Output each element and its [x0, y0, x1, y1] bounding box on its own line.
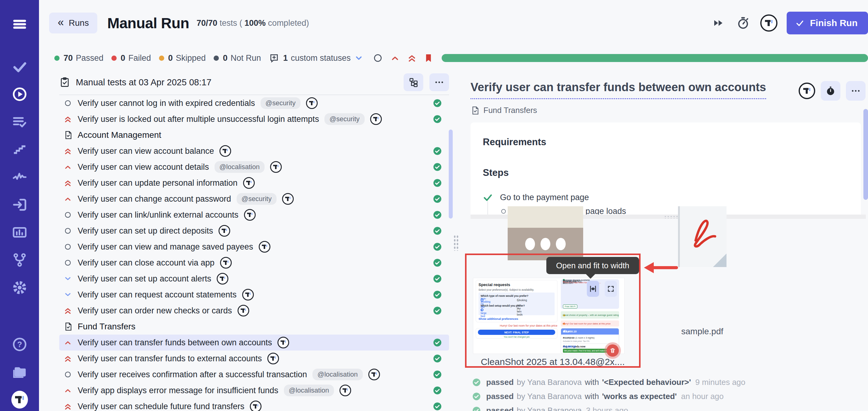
breadcrumb[interactable]: Fund Transfers	[470, 105, 868, 115]
testomat-icon[interactable]	[267, 353, 279, 365]
menu-icon[interactable]	[11, 16, 28, 33]
testomat-icon[interactable]	[370, 113, 382, 125]
test-row[interactable]: Verify user can change account password …	[59, 191, 449, 207]
step-row[interactable]: Go to the payment page	[483, 192, 861, 202]
sidebar-item-test-plans[interactable]	[11, 114, 28, 130]
test-row[interactable]: Verify user can schedule future fund tra…	[59, 399, 449, 411]
history-row[interactable]: passed by Yana Baranova 3 hours ago	[472, 403, 856, 411]
tag-badge[interactable]: @security	[260, 97, 301, 109]
sidebar-item-settings[interactable]	[11, 279, 28, 296]
help-icon[interactable]: ?	[11, 336, 28, 353]
tag-badge[interactable]: @security	[237, 193, 277, 205]
panel-resize-divider[interactable]	[449, 70, 463, 411]
testomat-icon[interactable]	[219, 225, 230, 236]
priority-high-icon	[62, 306, 73, 315]
tag-badge[interactable]: @localisation	[312, 369, 363, 380]
sidebar-item-steps[interactable]	[11, 141, 28, 158]
test-row[interactable]: Verify user can transfer funds between o…	[59, 335, 449, 351]
testomat-icon[interactable]	[220, 257, 232, 268]
projects-icon[interactable]	[11, 364, 28, 380]
test-row[interactable]: Verify app displays error message for in…	[59, 382, 449, 399]
history-row[interactable]: passed by Yana Baranova with '<Expected …	[472, 375, 856, 389]
testomat-icon[interactable]	[259, 241, 270, 253]
tag-badge[interactable]: @security	[324, 113, 364, 125]
test-row[interactable]: Verify user can transfer funds to extern…	[59, 351, 449, 367]
testomat-icon[interactable]	[306, 97, 318, 109]
list-more-button[interactable]	[429, 73, 449, 91]
resize-grip-icon[interactable]	[453, 235, 459, 251]
sidebar-item-runs[interactable]	[11, 86, 28, 102]
sidebar-item-pulse[interactable]	[11, 169, 28, 185]
back-to-runs-button[interactable]: « Runs	[49, 12, 97, 33]
testomat-icon[interactable]	[244, 209, 256, 221]
test-row[interactable]: Verify user is locked out after multiple…	[59, 111, 449, 127]
testomat-icon[interactable]	[219, 145, 231, 157]
bookmark-icon[interactable]	[423, 53, 434, 63]
sidebar-item-tests[interactable]	[11, 58, 28, 75]
filter-normal-priority-icon[interactable]	[373, 53, 383, 63]
testomat-icon[interactable]	[238, 305, 249, 316]
priority-medium-icon	[62, 338, 73, 347]
fit-to-width-button[interactable]	[587, 281, 599, 297]
priority-medium-icon	[62, 163, 73, 171]
sidebar-item-sign-in[interactable]	[11, 196, 28, 213]
filter-medium-priority-icon[interactable]	[390, 53, 400, 63]
testomat-icon[interactable]	[799, 83, 815, 99]
testomat-badge-icon[interactable]	[760, 14, 777, 32]
tag-badge[interactable]: @localisation	[215, 161, 265, 173]
annotation-arrow-icon	[642, 261, 678, 275]
test-row[interactable]: Verify user receives confirmation after …	[59, 367, 449, 382]
fast-forward-icon[interactable]	[712, 17, 726, 29]
topbar-actions: Finish Run	[712, 12, 868, 34]
attachment-image-thumbnail[interactable]	[508, 206, 583, 260]
test-row[interactable]: Verify user can request account statemen…	[59, 287, 449, 303]
detail-title[interactable]: Verify user can transfer funds between o…	[470, 81, 766, 99]
stat-custom-statuses[interactable]: 1custom statuses	[269, 53, 350, 63]
section-row[interactable]: Fund Transfers	[59, 319, 449, 335]
testomat-icon[interactable]	[242, 289, 254, 301]
tag-badge[interactable]: @localisation	[284, 385, 334, 396]
history-row[interactable]: passed by Yana Baranova with 'works as e…	[472, 389, 856, 403]
list-header-title: Manual tests at 03 Apr 2025 08:17	[76, 77, 212, 88]
test-row[interactable]: Verify user can close account via app	[59, 255, 449, 271]
stopwatch-icon[interactable]	[736, 16, 750, 30]
test-row[interactable]: Verify user can update personal informat…	[59, 175, 449, 191]
filter-high-priority-icon[interactable]	[407, 53, 417, 63]
fullscreen-button[interactable]	[604, 281, 617, 297]
test-row[interactable]: Verify user cannot log in with expired c…	[59, 95, 449, 111]
breadcrumb-suite[interactable]: Fund Transfers	[484, 105, 537, 115]
section-title: Fund Transfers	[78, 322, 135, 331]
chevron-down-icon[interactable]	[354, 53, 364, 63]
test-row[interactable]: Verify user can set up direct deposits	[59, 223, 449, 239]
attachment-label[interactable]: sample.pdf	[678, 326, 726, 337]
test-row[interactable]: Verify user can view account balance	[59, 143, 449, 159]
detail-more-button[interactable]	[846, 81, 866, 101]
history-actor: by Yana Baranova	[517, 406, 582, 411]
finish-run-button[interactable]: Finish Run	[787, 12, 868, 34]
timer-button[interactable]	[821, 81, 840, 101]
test-row[interactable]: Verify user can set up account alerts	[59, 271, 449, 287]
test-row[interactable]: Verify user can order new checks or card…	[59, 303, 449, 319]
detail-scrollbar[interactable]	[863, 109, 868, 200]
test-row[interactable]: Verify user can link/unlink external acc…	[59, 207, 449, 223]
test-row[interactable]: Verify user can view account details @lo…	[59, 159, 449, 175]
detail-card: Requirements Steps Go to the payment pag…	[470, 123, 861, 215]
attachment-screenshot-thumbnail[interactable]: Special requests Select your preference(…	[473, 278, 625, 354]
sidebar-item-reports[interactable]	[11, 224, 28, 241]
testomat-logo[interactable]	[11, 391, 28, 408]
testomat-icon[interactable]	[277, 337, 289, 348]
test-row[interactable]: Verify user can view and manage saved pa…	[59, 239, 449, 255]
test-title: Verify user can schedule future fund tra…	[78, 402, 244, 411]
testomat-icon[interactable]	[270, 161, 282, 173]
testomat-icon[interactable]	[282, 193, 294, 205]
sidebar-item-branches[interactable]	[11, 252, 28, 268]
group-view-button[interactable]	[404, 73, 423, 91]
section-row[interactable]: Account Management	[59, 127, 449, 143]
delete-attachment-button[interactable]	[607, 344, 619, 357]
testomat-icon[interactable]	[250, 401, 261, 411]
testomat-icon[interactable]	[243, 177, 255, 189]
attachment-pdf-thumbnail[interactable]	[678, 206, 726, 267]
testomat-icon[interactable]	[368, 369, 380, 380]
testomat-icon[interactable]	[217, 273, 228, 285]
testomat-icon[interactable]	[339, 385, 351, 396]
